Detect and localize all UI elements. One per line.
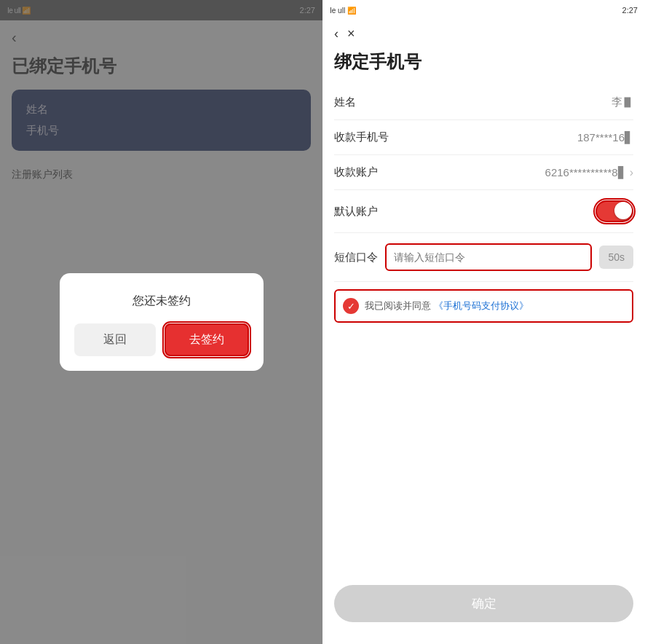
form-section: 姓名 李▋ 收款手机号 187****16▋ 收款账户 6216********… xyxy=(322,85,645,570)
agree-link[interactable]: 《手机号码支付协议》 xyxy=(434,300,529,311)
phone-label: 收款手机号 xyxy=(334,130,389,144)
sms-input[interactable] xyxy=(394,251,583,263)
default-label: 默认账户 xyxy=(334,205,378,219)
form-row-default: 默认账户 xyxy=(334,190,633,233)
name-label: 姓名 xyxy=(334,95,356,109)
right-page-title: 绑定手机号 xyxy=(322,47,645,85)
sms-input-wrapper[interactable] xyxy=(385,243,592,271)
modal-dialog: 您还未签约 返回 去签约 xyxy=(60,273,264,371)
sms-row: 短信口令 50s xyxy=(334,233,633,282)
form-row-account: 收款账户 6216**********8▋ › xyxy=(334,155,633,190)
phone-value: 187****16▋ xyxy=(577,131,633,144)
confirm-button-wrap: 确定 xyxy=(322,570,645,644)
agree-text: 我已阅读并同意 《手机号码支付协议》 xyxy=(365,299,529,313)
right-time: 2:27 xyxy=(622,6,638,15)
agreement-row: 我已阅读并同意 《手机号码支付协议》 xyxy=(334,289,633,323)
form-row-name: 姓名 李▋ xyxy=(334,85,633,120)
account-label: 收款账户 xyxy=(334,165,378,179)
sms-label: 短信口令 xyxy=(334,251,378,264)
form-row-phone: 收款手机号 187****16▋ xyxy=(334,120,633,155)
modal-buttons: 返回 去签约 xyxy=(74,323,249,356)
right-status-bar: Ie ull 📶 2:27 xyxy=(322,0,645,20)
right-signal: Ie ull 📶 xyxy=(330,7,356,15)
name-value: 李▋ xyxy=(612,95,633,109)
right-back-button[interactable]: ‹ xyxy=(334,26,339,42)
account-chevron-icon: › xyxy=(630,166,633,179)
modal-overlay: 您还未签约 返回 去签约 xyxy=(0,0,322,644)
confirm-button[interactable]: 确定 xyxy=(334,585,633,622)
modal-confirm-button[interactable]: 去签约 xyxy=(165,323,249,356)
right-close-button[interactable]: × xyxy=(347,26,355,42)
left-panel: Ie ull 📶 2:27 ‹ 已绑定手机号 姓名 手机号 注册账户列表 您还未… xyxy=(0,0,322,644)
default-account-toggle[interactable] xyxy=(595,200,633,222)
modal-cancel-button[interactable]: 返回 xyxy=(74,323,156,356)
modal-message: 您还未签约 xyxy=(132,294,191,309)
right-panel: Ie ull 📶 2:27 ‹ × 绑定手机号 姓名 李▋ 收款手机号 187*… xyxy=(322,0,645,644)
right-nav-bar: ‹ × xyxy=(322,20,645,47)
sms-countdown-button[interactable]: 50s xyxy=(599,246,633,269)
account-value: 6216**********8▋ › xyxy=(545,166,633,179)
agreement-checkbox[interactable] xyxy=(343,298,359,314)
